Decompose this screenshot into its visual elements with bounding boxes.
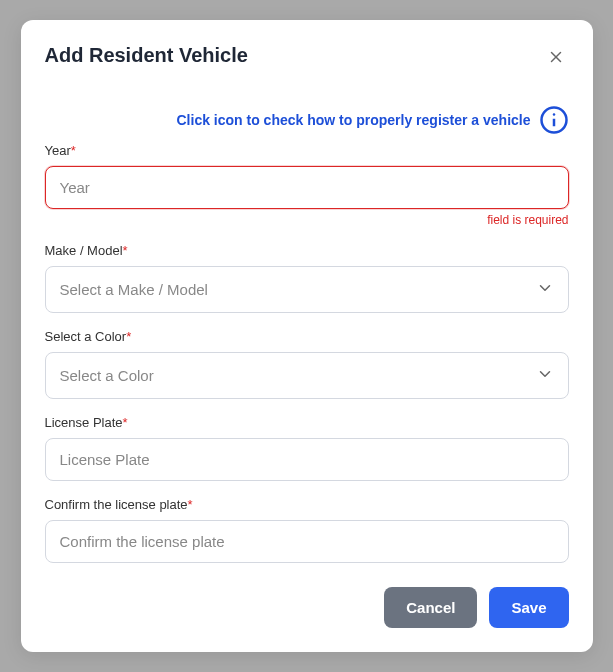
required-mark: * xyxy=(188,497,193,512)
year-input[interactable] xyxy=(45,166,569,209)
save-button[interactable]: Save xyxy=(489,587,568,628)
license-plate-label: License Plate* xyxy=(45,415,569,430)
make-model-placeholder: Select a Make / Model xyxy=(60,281,208,298)
color-label: Select a Color* xyxy=(45,329,569,344)
add-vehicle-modal: Add Resident Vehicle Click icon to check… xyxy=(21,20,593,652)
confirm-license-plate-label: Confirm the license plate* xyxy=(45,497,569,512)
confirm-license-plate-input[interactable] xyxy=(45,520,569,563)
confirm-license-plate-group: Confirm the license plate* xyxy=(45,497,569,563)
modal-header: Add Resident Vehicle xyxy=(45,44,569,73)
info-row: Click icon to check how to properly regi… xyxy=(45,105,569,135)
license-plate-group: License Plate* xyxy=(45,415,569,481)
required-mark: * xyxy=(126,329,131,344)
cancel-button[interactable]: Cancel xyxy=(384,587,477,628)
make-model-group: Make / Model* Select a Make / Model xyxy=(45,243,569,313)
info-icon[interactable] xyxy=(539,105,569,135)
color-group: Select a Color* Select a Color xyxy=(45,329,569,399)
confirm-license-plate-label-text: Confirm the license plate xyxy=(45,497,188,512)
year-label-text: Year xyxy=(45,143,71,158)
make-model-label: Make / Model* xyxy=(45,243,569,258)
required-mark: * xyxy=(123,243,128,258)
make-model-select[interactable]: Select a Make / Model xyxy=(45,266,569,313)
color-select[interactable]: Select a Color xyxy=(45,352,569,399)
svg-point-4 xyxy=(552,113,555,116)
make-model-label-text: Make / Model xyxy=(45,243,123,258)
chevron-down-icon xyxy=(536,279,554,300)
close-icon xyxy=(547,48,565,69)
year-error: field is required xyxy=(45,213,569,227)
modal-title: Add Resident Vehicle xyxy=(45,44,248,67)
year-label: Year* xyxy=(45,143,569,158)
info-text: Click icon to check how to properly regi… xyxy=(177,112,531,128)
modal-footer: Cancel Save xyxy=(45,587,569,628)
close-button[interactable] xyxy=(543,44,569,73)
year-group: Year* field is required xyxy=(45,143,569,227)
color-placeholder: Select a Color xyxy=(60,367,154,384)
chevron-down-icon xyxy=(536,365,554,386)
license-plate-input[interactable] xyxy=(45,438,569,481)
required-mark: * xyxy=(123,415,128,430)
color-label-text: Select a Color xyxy=(45,329,127,344)
required-mark: * xyxy=(71,143,76,158)
license-plate-label-text: License Plate xyxy=(45,415,123,430)
